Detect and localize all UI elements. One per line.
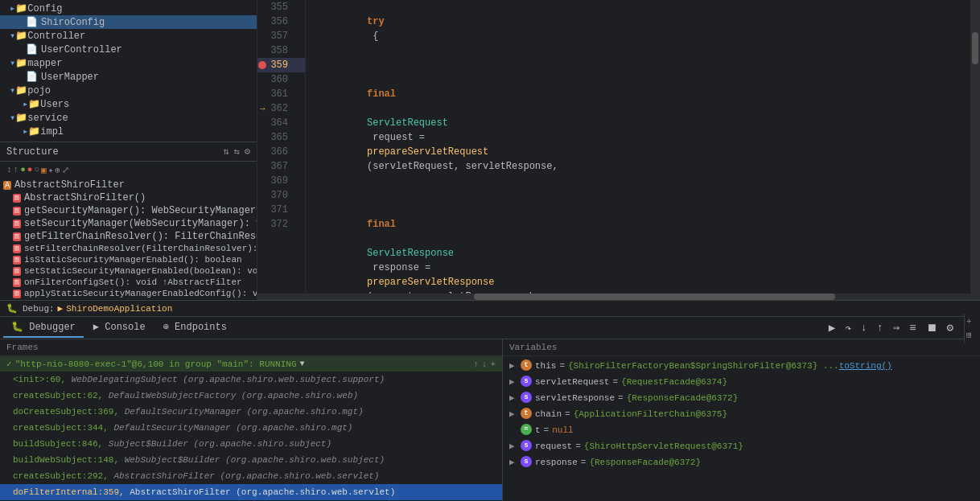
var-expand-this[interactable]: ▶ bbox=[509, 359, 517, 372]
tree-item-impl[interactable]: ▸ 📁 impl bbox=[0, 125, 257, 138]
linenum-360: 360 bbox=[267, 74, 293, 85]
frame-loc-4: buildSubject:846, bbox=[13, 439, 109, 449]
hscroll-thumb[interactable] bbox=[474, 294, 835, 300]
frame-item-2[interactable]: doCreateSubject:369, DefaultSecurityMana… bbox=[0, 404, 502, 420]
tab-console[interactable]: ▶ Console bbox=[85, 318, 154, 338]
tree-item-config[interactable]: ▸ 📁 Config bbox=[0, 2, 257, 15]
class-icon: A bbox=[3, 181, 11, 190]
structure-btn-9[interactable]: ⤢ bbox=[62, 165, 69, 175]
var-icon-request: s bbox=[521, 440, 532, 451]
tree-item-controller[interactable]: ▾ 📁 Controller bbox=[0, 29, 257, 43]
frame-item-1[interactable]: createSubject:62, DefaultWebSubjectFacto… bbox=[0, 388, 502, 404]
scrollbar-thumb[interactable] bbox=[972, 32, 978, 64]
structure-btn-5[interactable]: ○ bbox=[34, 165, 39, 175]
toolbar-btn-run-cursor[interactable]: ⇒ bbox=[890, 319, 903, 336]
toolbar-btn-eval[interactable]: ≡ bbox=[906, 320, 919, 336]
vertical-scrollbar[interactable] bbox=[970, 0, 980, 294]
frame-item-0[interactable]: <init>:60, WebDelegatingSubject (org.apa… bbox=[0, 372, 502, 388]
structure-btn-1[interactable]: ↕ bbox=[6, 165, 12, 175]
toolbar-btn-step-out[interactable]: ↑ bbox=[874, 320, 887, 335]
structure-btn-2[interactable]: ↑ bbox=[14, 165, 19, 175]
frame-item-4[interactable]: buildSubject:846, Subject$Builder (org.a… bbox=[0, 436, 502, 452]
linenum-362: 362 bbox=[267, 103, 293, 114]
frame-loc-5: buildWebSubject:148, bbox=[13, 455, 125, 465]
frame-item-5[interactable]: buildWebSubject:148, WebSubject$Builder … bbox=[0, 452, 502, 468]
folder-icon-impl: 📁 bbox=[28, 125, 40, 138]
structure-method-3[interactable]: m setSecurityManager(WebSecurityManager)… bbox=[0, 217, 257, 230]
vars-tool-2[interactable]: ⊞ bbox=[966, 339, 978, 340]
method-icon-3: m bbox=[13, 220, 21, 228]
var-item-this[interactable]: ▶ t this = {ShiroFilterFactoryBean$Sprin… bbox=[503, 358, 980, 374]
gutter-369: 369 bbox=[257, 174, 305, 188]
var-expand-request[interactable]: ▶ bbox=[509, 440, 517, 453]
thread-ctrl-2[interactable]: ↓ bbox=[482, 359, 488, 369]
toolbar-btn-settings[interactable]: ⚙ bbox=[944, 319, 957, 336]
tab-endpoints[interactable]: ⊕ Endpoints bbox=[155, 318, 235, 338]
var-item-servletrequest[interactable]: ▶ s servletRequest = {RequestFacade@6374… bbox=[503, 374, 980, 390]
structure-btn-7[interactable]: ✦ bbox=[48, 165, 54, 175]
structure-method-8[interactable]: m onFilterConfigSet(): void ↑AbstractFil… bbox=[0, 277, 257, 288]
var-expand-servletresponse[interactable]: ▶ bbox=[509, 392, 517, 404]
var-expand-servletrequest[interactable]: ▶ bbox=[509, 376, 517, 388]
tree-item-mapper[interactable]: ▾ 📁 mapper bbox=[0, 56, 257, 70]
structure-method-6[interactable]: m isStaticSecurityManagerEnabled(): bool… bbox=[0, 254, 257, 265]
structure-btn-8[interactable]: ⊕ bbox=[55, 165, 60, 175]
varname-356: request = bbox=[367, 132, 430, 143]
structure-method-1[interactable]: m AbstractShiroFilter() bbox=[0, 191, 257, 204]
structure-sort-icon[interactable]: ⇅ bbox=[223, 146, 229, 158]
var-name-this: this bbox=[535, 359, 556, 372]
gutter-371: 371 bbox=[257, 203, 305, 217]
var-expand-t[interactable]: ▶ bbox=[509, 424, 517, 437]
var-item-t[interactable]: ▶ = t = null bbox=[503, 422, 980, 438]
frame-item-6[interactable]: createSubject:292, AbstractShiroFilter (… bbox=[0, 468, 502, 484]
horizontal-scrollbar[interactable] bbox=[257, 294, 980, 300]
var-item-request[interactable]: ▶ s request = {ShiroHttpServletRequest@6… bbox=[503, 438, 980, 454]
frame-loc-0: <init>:60, bbox=[13, 375, 72, 384]
thread-item[interactable]: ✓ "http-nio-8080-exec-1"@6,100 in group … bbox=[0, 356, 502, 372]
toolbar-btn-step-into[interactable]: ↓ bbox=[858, 320, 871, 335]
file-icon-um: 📄 bbox=[26, 71, 38, 83]
var-item-servletresponse[interactable]: ▶ s servletResponse = {ResponseFacade@63… bbox=[503, 390, 980, 406]
folder-icon-mapper: 📁 bbox=[15, 57, 27, 69]
structure-method-name-6: isStaticSecurityManagerEnabled(): boolea… bbox=[24, 255, 242, 265]
var-eq-this: = bbox=[559, 359, 565, 372]
var-expand-chain[interactable]: ▶ bbox=[509, 408, 517, 421]
tab-debugger[interactable]: 🐛 Debugger bbox=[3, 318, 84, 338]
toolbar-btn-step-over[interactable]: ↷ bbox=[842, 320, 854, 336]
var-tostring-this[interactable]: toString() bbox=[839, 359, 892, 372]
method-icon-8: m bbox=[13, 278, 21, 287]
var-expand-response[interactable]: ▶ bbox=[509, 456, 517, 469]
linenum-361: 361 bbox=[267, 88, 293, 100]
structure-sort2-icon[interactable]: ⇆ bbox=[234, 146, 240, 158]
structure-btn-3[interactable]: ● bbox=[20, 165, 26, 175]
var-item-response[interactable]: ▶ s response = {ResponseFacade@6372} bbox=[503, 454, 980, 470]
structure-method-name-4: getFilterChainResolver(): FilterChainRes… bbox=[24, 231, 257, 242]
tree-item-pojo[interactable]: ▾ 📁 pojo bbox=[0, 84, 257, 97]
structure-method-9[interactable]: m applyStaticSecurityManagerEnabledConfi… bbox=[0, 288, 257, 299]
structure-method-7[interactable]: m setStaticSecurityManagerEnabled(boolea… bbox=[0, 265, 257, 277]
toolbar-btn-resume[interactable]: ▶ bbox=[826, 319, 838, 336]
structure-settings-icon[interactable]: ⚙ bbox=[245, 146, 250, 158]
frame-item-3[interactable]: createSubject:344, DefaultSecurityManage… bbox=[0, 420, 502, 436]
main-area: ▸ 📁 Config 📄 ShiroConfig ▾ 📁 Controller … bbox=[0, 0, 980, 300]
structure-method-2[interactable]: m getSecurityManager(): WebSecurityManag… bbox=[0, 204, 257, 217]
debug-app-icon: ▶ bbox=[58, 303, 64, 314]
structure-btn-6[interactable]: ▣ bbox=[41, 165, 47, 175]
var-item-chain[interactable]: ▶ t chain = {ApplicationFilterChain@6375… bbox=[503, 406, 980, 422]
structure-btn-4[interactable]: ● bbox=[27, 165, 33, 175]
structure-method-5[interactable]: m setFilterChainResolver(FilterChainReso… bbox=[0, 243, 257, 254]
thread-dropdown-icon[interactable]: ▼ bbox=[299, 359, 304, 368]
frame-item-7[interactable]: doFilterInternal:359, AbstractShiroFilte… bbox=[0, 484, 502, 500]
structure-class-item[interactable]: A AbstractShiroFilter bbox=[0, 179, 257, 191]
tree-item-shiroconfig[interactable]: 📄 ShiroConfig bbox=[0, 15, 257, 29]
thread-ctrl-3[interactable]: + bbox=[490, 359, 496, 369]
tree-item-users[interactable]: ▸ 📁 Users bbox=[0, 97, 257, 111]
toolbar-btn-stop[interactable]: ⏹ bbox=[923, 320, 941, 336]
varname-357: response = bbox=[367, 262, 436, 273]
tree-item-usermapper[interactable]: 📄 UserMapper bbox=[0, 70, 257, 84]
tree-item-usercontroller[interactable]: 📄 UserController bbox=[0, 43, 257, 56]
thread-ctrl-1[interactable]: ↑ bbox=[473, 359, 479, 369]
gutter-370: 370 bbox=[257, 188, 305, 203]
structure-method-4[interactable]: m getFilterChainResolver(): FilterChainR… bbox=[0, 230, 257, 243]
tree-item-service[interactable]: ▾ 📁 service bbox=[0, 111, 257, 125]
